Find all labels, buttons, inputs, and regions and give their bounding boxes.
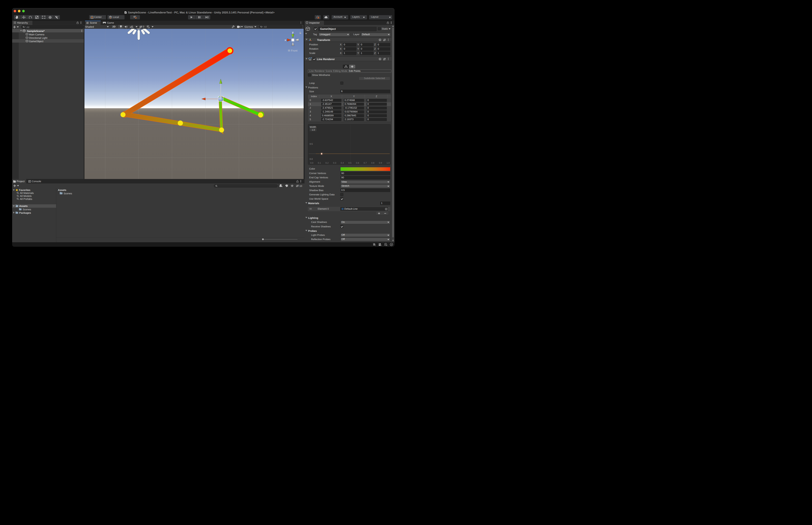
svg-text:Front: Front (291, 49, 298, 52)
svg-text:?: ? (379, 39, 380, 41)
svg-text:?: ? (379, 58, 380, 60)
svg-text:y: y (292, 30, 294, 34)
svg-text:x: x (285, 38, 286, 41)
